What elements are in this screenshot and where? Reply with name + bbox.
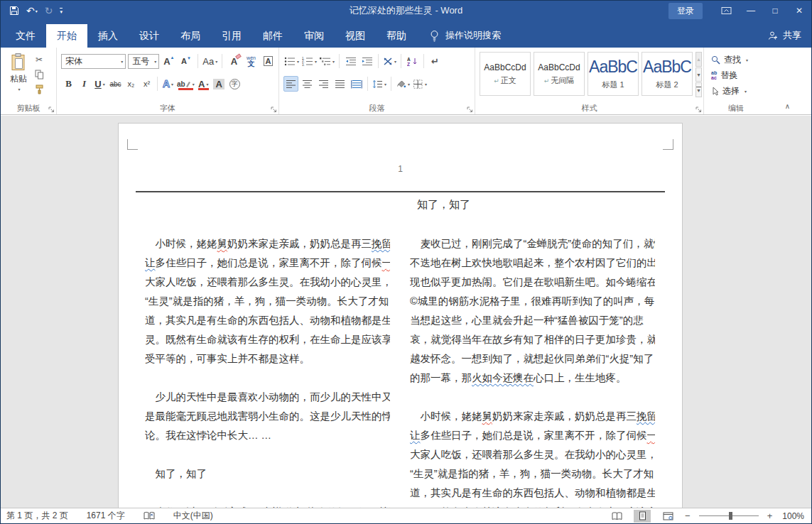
- asian-layout-button[interactable]: ▾: [382, 53, 397, 69]
- bold-button[interactable]: B: [61, 76, 76, 92]
- word-count[interactable]: 1671 个字: [87, 510, 125, 522]
- group-clipboard: 粘贴 ▾ ✂ 剪贴板: [1, 48, 57, 114]
- clear-formatting-button[interactable]: A: [227, 53, 242, 69]
- show-hide-marks-button[interactable]: ↵: [428, 53, 443, 69]
- copy-button[interactable]: [32, 68, 46, 81]
- cut-button[interactable]: ✂: [32, 53, 46, 66]
- styles-scroll-up[interactable]: ▲: [695, 52, 702, 67]
- proofing-icon[interactable]: [144, 511, 155, 520]
- customize-qat-button[interactable]: ▾: [60, 8, 63, 14]
- minimize-button[interactable]: —: [739, 1, 763, 21]
- styles-scroll-down[interactable]: ▼: [695, 67, 702, 82]
- tab-邮件[interactable]: 邮件: [252, 24, 293, 48]
- zoom-slider[interactable]: [699, 515, 759, 516]
- doc-line: 小时候，姥姥舅奶奶来家走亲戚，奶奶总是再三挽留: [410, 407, 655, 426]
- character-border-button[interactable]: A: [261, 53, 276, 69]
- font-size-value: 五号: [132, 55, 152, 67]
- undo-button[interactable]: ↶▾: [26, 5, 38, 16]
- justify-button[interactable]: [332, 76, 347, 92]
- read-mode-button[interactable]: [608, 510, 625, 523]
- zoom-in-button[interactable]: +: [767, 511, 773, 521]
- tab-视图[interactable]: 视图: [335, 24, 376, 48]
- styles-dialog-launcher[interactable]: [695, 107, 702, 113]
- replace-button[interactable]: abac 替换: [708, 67, 765, 83]
- shrink-font-button[interactable]: A▼: [178, 53, 193, 69]
- find-button[interactable]: 查找▾: [708, 52, 765, 67]
- increase-indent-button[interactable]: [359, 53, 374, 69]
- sort-button[interactable]: AZ: [405, 53, 420, 69]
- italic-button[interactable]: I: [77, 76, 92, 92]
- collapse-ribbon-button[interactable]: ∧: [785, 102, 790, 110]
- subscript-button[interactable]: x₂: [124, 76, 139, 92]
- distribute-button[interactable]: [349, 76, 364, 92]
- align-center-button[interactable]: [300, 76, 315, 92]
- document-page[interactable]: 1 知了，知了 小时候，姥姥舅奶奶来家走亲戚，奶奶总是再三挽留让多住些日子，她们…: [118, 123, 683, 509]
- distribute-icon: [351, 80, 362, 89]
- tab-帮助[interactable]: 帮助: [376, 24, 417, 48]
- zoom-level[interactable]: 100%: [782, 511, 804, 521]
- style-card-正文[interactable]: AaBbCcDd↵正文: [480, 52, 531, 96]
- numbering-button[interactable]: 1.2.3.▾: [301, 53, 318, 69]
- font-dialog-launcher[interactable]: [271, 107, 277, 113]
- align-left-button[interactable]: [283, 76, 298, 92]
- align-right-button[interactable]: [316, 76, 331, 92]
- font-color-button[interactable]: A▾: [196, 76, 211, 92]
- strikethrough-button[interactable]: abc: [108, 76, 123, 92]
- text-effects-button[interactable]: A▾: [161, 76, 175, 92]
- underline-button[interactable]: U▾: [92, 76, 107, 92]
- bullets-button[interactable]: ▾: [283, 53, 300, 69]
- line-spacing-button[interactable]: ▾: [372, 76, 387, 92]
- print-layout-button[interactable]: [634, 510, 651, 523]
- style-card-标题 1[interactable]: AaBbC标题 1: [588, 52, 639, 96]
- web-layout-button[interactable]: [659, 510, 676, 523]
- tab-文件[interactable]: 文件: [5, 24, 46, 48]
- tab-引用[interactable]: 引用: [211, 24, 252, 48]
- change-case-button[interactable]: Aa▾: [202, 53, 217, 69]
- select-button[interactable]: 选择▾: [708, 83, 765, 99]
- character-shading-button[interactable]: A: [212, 76, 227, 92]
- font-size-combo[interactable]: 五号▾: [128, 54, 159, 69]
- tab-审阅[interactable]: 审阅: [293, 24, 335, 48]
- enclose-characters-button[interactable]: 字: [227, 76, 242, 92]
- doc-line: [145, 484, 390, 503]
- shading-button[interactable]: ▾: [395, 76, 411, 92]
- decrease-indent-button[interactable]: [343, 53, 358, 69]
- paragraph-dialog-launcher[interactable]: [467, 107, 473, 113]
- tab-开始[interactable]: 开始: [46, 24, 87, 48]
- share-button[interactable]: 共享: [768, 29, 801, 42]
- multilevel-list-button[interactable]: ▾: [319, 53, 335, 69]
- svg-text:A: A: [407, 57, 411, 62]
- zoom-slider-thumb[interactable]: [729, 512, 732, 520]
- doc-column-2: 麦收已过，刚刚完成了“金蝉脱壳”使命的知了们，就忙不迭地在树上欢快地歌唱起来，整…: [410, 234, 655, 509]
- superscript-button[interactable]: x²: [139, 76, 154, 92]
- borders-button[interactable]: ▾: [412, 76, 428, 92]
- zoom-out-button[interactable]: −: [685, 511, 691, 521]
- highlight-color-button[interactable]: ab▾: [176, 76, 195, 92]
- style-card-无间隔[interactable]: AaBbCcDd↵无间隔: [534, 52, 585, 96]
- styles-more-button[interactable]: ▼: [695, 82, 702, 97]
- close-button[interactable]: ✕: [787, 1, 811, 21]
- clipboard-dialog-launcher[interactable]: [48, 107, 55, 113]
- font-family-combo[interactable]: 宋体▾: [61, 54, 126, 69]
- numbering-icon: 1.2.3.: [302, 57, 313, 66]
- sign-in-button[interactable]: 登录: [668, 3, 703, 19]
- phonetic-guide-button[interactable]: wén文: [244, 53, 259, 69]
- language-indicator[interactable]: 中文(中国): [173, 510, 213, 522]
- page-indicator[interactable]: 第 1 页，共 2 页: [6, 510, 68, 522]
- paste-button[interactable]: 粘贴 ▾: [5, 52, 32, 103]
- repeat-button[interactable]: ↻: [45, 5, 53, 16]
- save-icon[interactable]: [9, 6, 19, 16]
- maximize-button[interactable]: □: [763, 1, 787, 21]
- style-card-标题 2[interactable]: AaBbC标题 2: [642, 52, 693, 96]
- grow-font-button[interactable]: A▲: [161, 53, 176, 69]
- tab-布局[interactable]: 布局: [170, 24, 211, 48]
- tell-me-search[interactable]: 操作说明搜索: [430, 29, 501, 42]
- multilevel-list-icon: [320, 57, 331, 66]
- ribbon-tab-row: 文件开始插入设计布局引用邮件审阅视图帮助 操作说明搜索 共享: [1, 21, 811, 48]
- svg-text:Z: Z: [407, 62, 410, 66]
- tab-插入[interactable]: 插入: [87, 24, 129, 48]
- format-painter-button[interactable]: [32, 83, 46, 96]
- tab-设计[interactable]: 设计: [129, 24, 170, 48]
- ribbon-display-options-icon[interactable]: [721, 6, 732, 16]
- document-area[interactable]: 1 知了，知了 小时候，姥姥舅奶奶来家走亲戚，奶奶总是再三挽留让多住些日子，她们…: [1, 116, 811, 509]
